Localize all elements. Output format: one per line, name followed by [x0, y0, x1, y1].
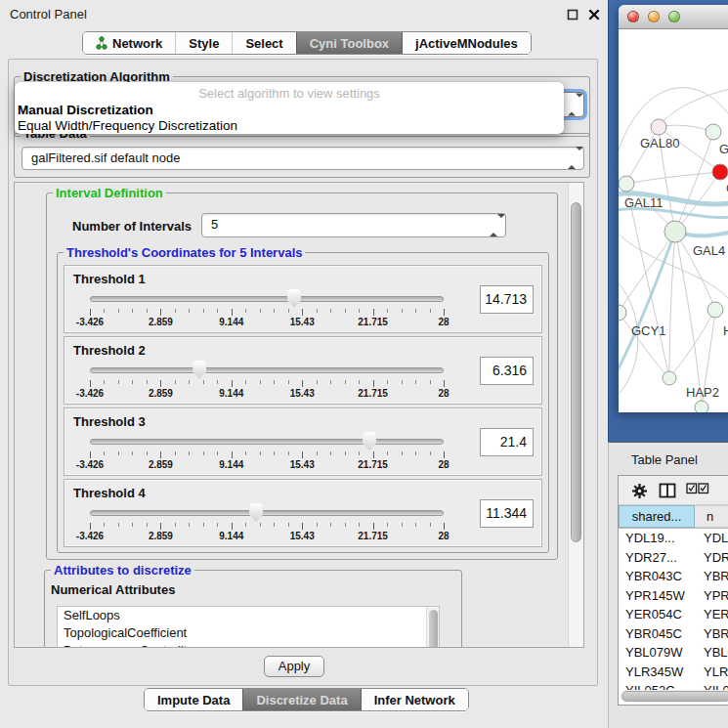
network-node-gcy1[interactable] — [619, 305, 626, 321]
dropdown-item-equal-width-frequency-discretization[interactable]: Equal Width/Frequency Discretization — [15, 118, 564, 134]
tick-label: 15.43 — [290, 317, 315, 327]
table-horizontal-scrollbar[interactable] — [621, 690, 728, 703]
numerical-attributes-label: Numerical Attributes — [51, 582, 175, 597]
slider-thumb[interactable] — [287, 289, 301, 308]
threshold-row-3: Threshold 3-3.4262.8599.14415.4321.71528… — [64, 407, 542, 476]
major-tick — [373, 523, 374, 530]
tab-style[interactable]: Style — [175, 32, 232, 54]
gear-icon[interactable] — [631, 483, 648, 499]
network-edge[interactable] — [626, 172, 720, 184]
tab-discretize-data[interactable]: Discretize Data — [242, 689, 360, 710]
table-toolbar — [619, 476, 728, 505]
network-node-ga[interactable] — [706, 124, 721, 140]
threshold-row-4: Threshold 4-3.4262.8599.14415.4321.71528… — [64, 479, 542, 547]
slider-track[interactable] — [90, 367, 444, 373]
cell-shared-name: YBR045C — [619, 624, 695, 644]
num-intervals-combobox[interactable]: 5 — [201, 213, 506, 237]
threshold-slider[interactable]: -3.4262.8599.14415.4321.71528 — [90, 408, 444, 477]
table-data-combobox[interactable]: galFiltered.sif default node — [21, 147, 584, 170]
tick-label: 15.43 — [290, 388, 315, 399]
network-edge[interactable] — [659, 88, 728, 127]
minor-tick — [217, 523, 218, 527]
table-row[interactable]: YBR043CYBR0 — [619, 567, 728, 586]
column-header-name[interactable]: n — [695, 505, 728, 528]
network-node-h[interactable] — [707, 302, 723, 318]
tick-label: 2.859 — [149, 459, 173, 470]
cell-name: YBR0 — [695, 567, 728, 586]
slider-ticks — [90, 380, 444, 388]
threshold-slider[interactable]: -3.4262.8599.14415.4321.71528 — [90, 266, 444, 334]
slider-thumb[interactable] — [363, 432, 376, 450]
tab-label: Network — [112, 36, 162, 51]
minor-tick — [118, 309, 119, 313]
float-window-icon[interactable] — [566, 8, 579, 21]
threshold-value-field[interactable]: 6.316 — [480, 357, 534, 385]
minor-tick — [359, 523, 360, 527]
table-row[interactable]: YBR045CYBR0 — [619, 624, 728, 644]
table-row[interactable]: YDR27...YDR2 — [619, 548, 728, 568]
attribute-item-topologicalcoefficient[interactable]: TopologicalCoefficient — [58, 624, 439, 642]
threshold-value-field[interactable]: 11.344 — [480, 499, 534, 528]
slider-track[interactable] — [90, 510, 444, 516]
select-columns-icon[interactable] — [686, 483, 709, 494]
network-edge[interactable] — [669, 310, 715, 378]
close-icon[interactable] — [587, 8, 601, 21]
threshold-value-field[interactable]: 14.713 — [480, 285, 534, 314]
network-node-hap2[interactable] — [663, 371, 676, 385]
column-header-shared-name[interactable]: shared... — [619, 505, 695, 528]
close-traffic-light[interactable] — [627, 11, 639, 22]
minor-tick — [402, 451, 403, 455]
slider-thumb[interactable] — [249, 503, 263, 522]
network-node-gal80[interactable] — [651, 119, 666, 135]
thresholds-group: Threshold's Coordinates for 5 Intervals … — [57, 252, 549, 553]
tick-label: 21.715 — [358, 531, 388, 541]
network-node-gal4[interactable] — [664, 221, 686, 242]
major-tick — [90, 451, 91, 458]
table-row[interactable]: YPR145WYPR1 — [619, 586, 728, 606]
network-canvas[interactable]: GAL80GACGAL11GAL4GCY1HHAP2 — [619, 29, 728, 412]
tab-select[interactable]: Select — [232, 32, 295, 54]
attributes-list[interactable]: SelfLoopsTopologicalCoefficientBetweenne… — [57, 606, 440, 648]
tab-network[interactable]: Network — [83, 32, 175, 54]
slider-track[interactable] — [90, 439, 444, 445]
threshold-value-field[interactable]: 21.4 — [480, 428, 534, 456]
slider-thumb[interactable] — [193, 361, 206, 379]
tab-cyni-toolbox[interactable]: Cyni Toolbox — [296, 32, 402, 54]
zoom-traffic-light[interactable] — [668, 11, 680, 22]
network-edge[interactable] — [626, 184, 669, 378]
major-tick — [444, 523, 445, 530]
network-edge[interactable] — [619, 278, 638, 399]
network-window-titlebar[interactable] — [619, 5, 728, 29]
tick-label: 28 — [438, 388, 449, 399]
table-row[interactable]: YER054CYER0 — [619, 605, 728, 624]
minor-tick — [132, 523, 133, 527]
settings-scrollbar[interactable] — [568, 183, 583, 647]
table-row[interactable]: YLR345WYLR3 — [619, 663, 728, 682]
attribute-item-betweennesscentrality[interactable]: BetweennessCentrality — [58, 642, 439, 648]
network-edge[interactable] — [675, 232, 702, 407]
split-columns-icon[interactable] — [659, 483, 676, 498]
minimize-traffic-light[interactable] — [648, 11, 660, 22]
attributes-list-scrollbar[interactable] — [426, 607, 439, 648]
tab-infer-network[interactable]: Infer Network — [361, 689, 468, 710]
network-edge[interactable] — [669, 232, 675, 378]
tab-jactivemnodules[interactable]: jActiveMNodules — [402, 32, 531, 54]
slider-track[interactable] — [90, 296, 444, 302]
minor-tick — [330, 309, 331, 313]
tick-label: 21.715 — [358, 317, 388, 327]
tab-impute-data[interactable]: Impute Data — [145, 689, 242, 710]
threshold-slider[interactable]: -3.4262.8599.14415.4321.71528 — [90, 480, 444, 548]
scrollbar-thumb[interactable] — [571, 202, 581, 542]
table-row[interactable]: YDL19...YDL1 — [619, 529, 728, 548]
table-row[interactable]: YBL079WYBL0 — [619, 643, 728, 663]
apply-button[interactable]: Apply — [264, 656, 324, 677]
network-node-gal11[interactable] — [619, 176, 634, 192]
network-node-red[interactable] — [712, 164, 728, 180]
threshold-slider[interactable]: -3.4262.8599.14415.4321.71528 — [90, 337, 444, 406]
tick-label: 28 — [438, 531, 449, 541]
dropdown-item-manual-discretization[interactable]: Manual Discretization — [15, 103, 564, 118]
attribute-item-selfloops[interactable]: SelfLoops — [58, 607, 439, 624]
minor-tick — [430, 309, 431, 313]
network-node-n9[interactable] — [695, 401, 708, 412]
network-edge[interactable] — [619, 232, 675, 313]
